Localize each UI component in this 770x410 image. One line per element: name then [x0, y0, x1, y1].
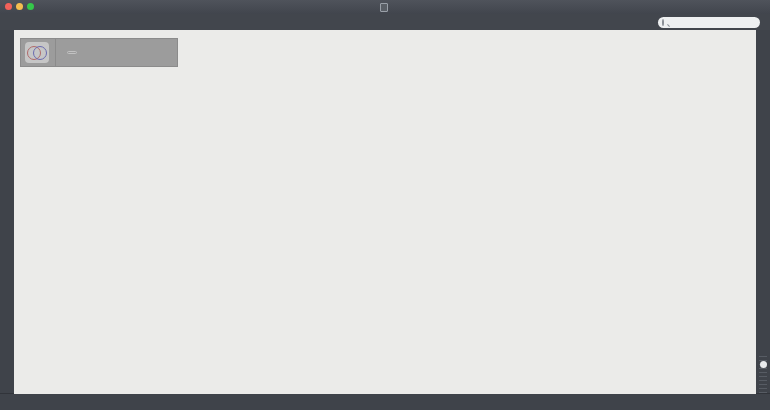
- patch-layer: [0, 0, 770, 410]
- logo-text: [55, 39, 177, 66]
- logo-version-badge: [67, 51, 77, 54]
- max-window: [0, 0, 770, 410]
- hoalibrary-logo-panel: [20, 38, 178, 67]
- hoalibrary-logo-icon: [25, 42, 49, 63]
